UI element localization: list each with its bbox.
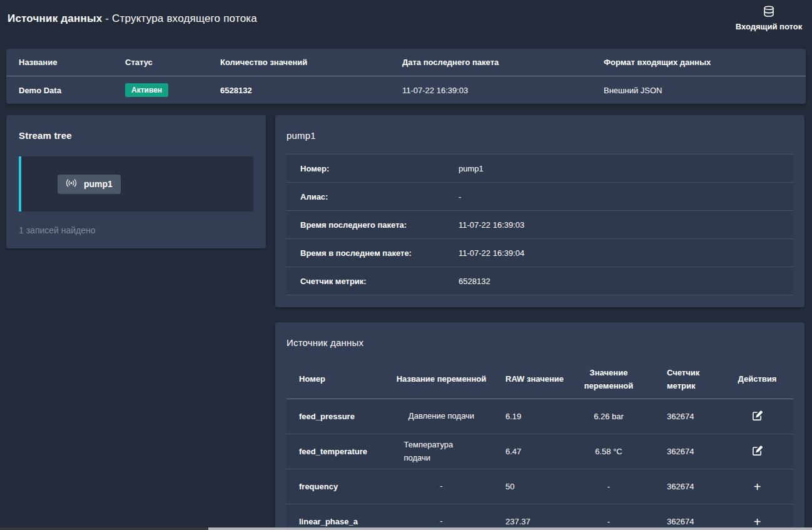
col-raw-value: RAW значение (490, 373, 571, 385)
variable-name: Давление подачи (409, 410, 474, 422)
col-actions: Действия (721, 373, 793, 385)
metric-counter: 362674 (646, 517, 721, 526)
metric-counter: 362674 (646, 412, 721, 421)
summary-data-row[interactable]: Demo Data Активен 6528132 11-07-22 16:39… (6, 76, 806, 104)
stream-details-panel: pump1 Номер: pump1 Алиас: - Время послед… (275, 115, 804, 307)
col-metric-counter: Счетчик метрик (646, 367, 721, 392)
tree-node-label: pump1 (84, 179, 113, 189)
summary-name-cell: Demo Data (6, 86, 125, 95)
variable-number: feed_pressure (287, 412, 393, 421)
summary-col-last-packet-date: Дата последнего пакета (402, 58, 604, 67)
summary-header-row: Название Статус Количество значений Дата… (6, 49, 806, 76)
variable-name: Температура подачи (404, 439, 479, 464)
summary-col-format: Формат входящих данных (604, 58, 806, 67)
kv-row-number: Номер: pump1 (287, 155, 793, 183)
variable-name: - (440, 515, 442, 527)
kv-value: 6528132 (459, 277, 490, 286)
kv-value: 11-07-22 16:39:03 (459, 220, 524, 230)
metric-counter: 362674 (646, 447, 721, 456)
plus-icon: + (754, 481, 761, 493)
kv-row-time-in-last-packet: Время в последнем пакете: 11-07-22 16:39… (287, 239, 793, 267)
status-badge: Активен (125, 83, 168, 97)
variable-number: feed_temperature (287, 447, 393, 456)
kv-label: Счетчик метрик: (300, 277, 459, 286)
page-title-main: Источник данных (8, 13, 102, 24)
data-source-panel: Источник данных Номер Название переменно… (275, 322, 804, 530)
kv-row-metric-counter: Счетчик метрик: 6528132 (287, 267, 793, 295)
table-row-feed-temperature: feed_temperature Температура подачи 6.47… (287, 434, 793, 469)
summary-col-name: Название (6, 58, 125, 67)
tree-node-pump1[interactable]: pump1 (58, 175, 121, 194)
metric-counter: 362674 (646, 482, 721, 491)
stream-tree-panel: Stream tree pump1 1 записей н (6, 115, 266, 248)
app-screen: Источник данных - Структура входящего по… (0, 0, 812, 530)
kv-label: Время последнего пакета: (300, 220, 459, 230)
screenshot-bottom-artifact-left (0, 527, 208, 530)
col-variable-value: Значение переменной (571, 367, 646, 392)
edit-variable-button[interactable] (749, 408, 766, 426)
summary-status-cell: Активен (125, 83, 220, 97)
kv-label: Алиас: (300, 192, 459, 201)
col-variable-name: Название переменной (393, 373, 490, 385)
variable-value: - (571, 482, 646, 491)
page-header: Источник данных - Структура входящего по… (0, 0, 812, 43)
variables-header-row: Номер Название переменной RAW значение З… (287, 360, 793, 399)
table-row-feed-pressure: feed_pressure Давление подачи 6.19 6.26 … (287, 399, 793, 434)
kv-value: 11-07-22 16:39:04 (459, 248, 524, 258)
variable-value: - (571, 517, 646, 526)
edit-icon (752, 410, 763, 423)
nav-incoming-stream[interactable]: Входящий поток (734, 5, 803, 31)
table-row-frequency: frequency - 50 - 362674 + (287, 469, 793, 504)
variable-number: frequency (287, 482, 393, 491)
variable-value: 6.26 bar (571, 412, 646, 421)
add-variable-button[interactable]: + (749, 478, 766, 496)
variables-body: feed_pressure Давление подачи 6.19 6.26 … (287, 399, 793, 530)
raw-value: 50 (490, 482, 571, 491)
kv-row-last-packet-time: Время последнего пакета: 11-07-22 16:39:… (287, 211, 793, 239)
edit-variable-button[interactable] (749, 443, 766, 461)
stream-tree-title: Stream tree (19, 130, 253, 141)
table-row-linear-phase-a: linear_phase_a - 237.37 - 362674 + (287, 504, 793, 530)
kv-value: - (459, 192, 461, 201)
summary-format-cell: Внешний JSON (604, 86, 806, 95)
screenshot-bottom-artifact-right (208, 527, 812, 530)
database-icon (762, 5, 776, 19)
kv-row-alias: Алиас: - (287, 183, 793, 211)
summary-last-packet-date-cell: 11-07-22 16:39:03 (402, 86, 604, 95)
raw-value: 6.19 (490, 412, 571, 421)
data-source-title: Источник данных (287, 337, 793, 348)
variable-number: linear_phase_a (287, 517, 393, 526)
nav-incoming-stream-label: Входящий поток (736, 22, 802, 31)
stream-summary-table: Название Статус Количество значений Дата… (6, 49, 806, 104)
summary-col-status: Статус (125, 58, 220, 67)
page-title: Источник данных - Структура входящего по… (8, 13, 257, 25)
variable-value: 6.58 °C (571, 447, 646, 456)
tree-records-found: 1 записей найдено (19, 225, 253, 235)
summary-values-count-cell: 6528132 (220, 86, 402, 95)
stream-details-title: pump1 (287, 130, 793, 141)
stream-details-rows: Номер: pump1 Алиас: - Время последнего п… (287, 154, 793, 295)
summary-col-values-count: Количество значений (220, 58, 402, 67)
stream-tree-container: pump1 (19, 156, 253, 211)
raw-value: 237.37 (490, 517, 571, 526)
kv-label: Время в последнем пакете: (300, 248, 459, 258)
variables-table: Номер Название переменной RAW значение З… (287, 360, 793, 530)
kv-value: pump1 (459, 164, 484, 173)
col-number: Номер (287, 373, 393, 385)
edit-icon (752, 446, 763, 458)
plus-icon: + (754, 516, 761, 528)
broadcast-icon (64, 178, 78, 190)
raw-value: 6.47 (490, 447, 571, 456)
kv-label: Номер: (300, 164, 459, 173)
page-title-sub: - Структура входящего потока (102, 13, 257, 24)
variable-name: - (440, 480, 442, 492)
